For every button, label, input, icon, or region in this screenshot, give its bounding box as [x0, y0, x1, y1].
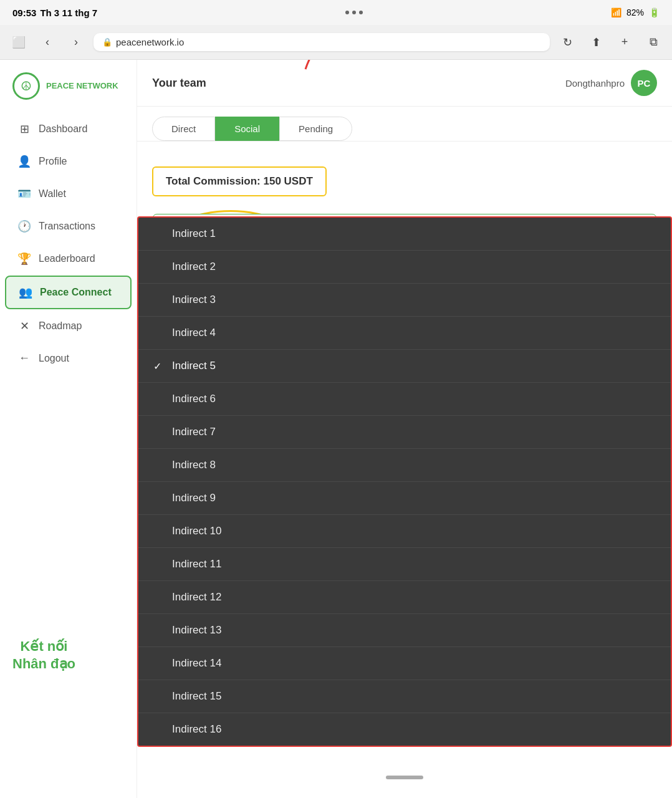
- commission-bar: Total Commission: 150 USDT: [152, 166, 327, 196]
- battery-icon: 🔋: [649, 7, 660, 17]
- sidebar-item-label-leaderboard: Leaderboard: [39, 253, 95, 264]
- sidebar-item-label-transactions: Transactions: [39, 221, 95, 232]
- scroll-handle[interactable]: [386, 776, 423, 779]
- dropdown-item-4[interactable]: Indirect 4: [138, 317, 671, 350]
- wallet-icon: 🪪: [17, 187, 31, 201]
- header-user: Dongthanhpro PC: [565, 70, 657, 96]
- tab-bar: Direct Social Pending: [137, 107, 672, 142]
- dropdown-item-11[interactable]: Indirect 11: [138, 548, 671, 581]
- sidebar-item-transactions[interactable]: 🕐 Transactions: [5, 211, 132, 242]
- peace-connect-icon: 👥: [19, 286, 32, 299]
- dropdown-item-12[interactable]: Indirect 12: [138, 581, 671, 614]
- sidebar-item-leaderboard[interactable]: 🏆 Leaderboard: [5, 243, 132, 274]
- dropdown-item-14[interactable]: Indirect 14: [138, 647, 671, 680]
- status-icons: 📶 82% 🔋: [611, 7, 660, 17]
- annotation-green-text: Kết nối Nhân đạo: [12, 638, 75, 673]
- sidebar-item-label-profile: Profile: [39, 156, 67, 167]
- username: Dongthanhpro: [565, 78, 625, 89]
- dropdown-item-3[interactable]: Indirect 3: [138, 284, 671, 317]
- address-bar[interactable]: 🔒 peacenetwork.io: [94, 33, 550, 51]
- selected-checkmark-icon: ✓: [153, 360, 166, 372]
- dropdown-item-5[interactable]: ✓ Indirect 5: [138, 350, 671, 383]
- sidebar-item-label-dashboard: Dashboard: [39, 123, 87, 135]
- sidebar-item-label-peace-connect: Peace Connect: [40, 287, 112, 298]
- dropdown-item-10[interactable]: Indirect 10: [138, 515, 671, 548]
- main-content: Your team Dongthanhpro PC Direct Social …: [137, 60, 672, 798]
- dropdown-item-7[interactable]: Indirect 7: [138, 416, 671, 449]
- app-header: Your team Dongthanhpro PC: [137, 60, 672, 107]
- tab-direct[interactable]: Direct: [152, 117, 215, 141]
- logo-text: PEACE NETWORK: [46, 81, 118, 91]
- dashboard-icon: ⊞: [17, 122, 31, 136]
- dropdown-item-13[interactable]: Indirect 13: [138, 614, 671, 647]
- forward-button[interactable]: ›: [65, 31, 87, 54]
- sidebar-item-wallet[interactable]: 🪪 Wallet: [5, 178, 132, 209]
- tab-pending[interactable]: Pending: [279, 117, 352, 141]
- refresh-button[interactable]: ↻: [556, 31, 578, 54]
- wifi-icon: 📶: [611, 7, 622, 17]
- dropdown-item-1[interactable]: Indirect 1: [138, 218, 671, 251]
- add-tab-button[interactable]: +: [613, 31, 636, 54]
- leaderboard-icon: 🏆: [17, 252, 31, 266]
- sidebar-item-peace-connect[interactable]: 👥 Peace Connect: [5, 276, 132, 309]
- browser-bar: ⬜ ‹ › 🔒 peacenetwork.io ↻ ⬆ + ⧉: [0, 25, 672, 60]
- time: 09:53: [12, 7, 36, 18]
- dropdown-item-16[interactable]: Indirect 16: [138, 713, 671, 746]
- status-time-date: 09:53 Th 3 11 thg 7: [12, 7, 97, 18]
- logout-icon: ←: [17, 352, 31, 365]
- battery-percent: 82%: [626, 7, 644, 17]
- dropdown-menu: Indirect 1 Indirect 2 Indirect 3 Indirec…: [137, 216, 672, 747]
- sidebar-item-label-roadmap: Roadmap: [39, 320, 82, 332]
- avatar: PC: [631, 70, 657, 96]
- status-dots: [345, 11, 363, 14]
- sidebar-item-label-wallet: Wallet: [39, 188, 66, 200]
- status-bar: 09:53 Th 3 11 thg 7 📶 82% 🔋: [0, 0, 672, 25]
- header-title: Your team: [152, 77, 206, 90]
- content-area: Tổng thu nhập Tự động Total Commission: …: [137, 142, 672, 256]
- sidebar-item-roadmap[interactable]: ✕ Roadmap: [5, 310, 132, 342]
- sidebar-item-label-logout: Logout: [39, 353, 69, 364]
- sidebar-item-dashboard[interactable]: ⊞ Dashboard: [5, 113, 132, 145]
- url-text: peacenetwork.io: [116, 37, 184, 47]
- tabs-button[interactable]: ⧉: [642, 31, 665, 54]
- profile-icon: 👤: [17, 155, 31, 168]
- sidebar-toggle-button[interactable]: ⬜: [7, 31, 30, 54]
- sidebar: ☮ PEACE NETWORK ⊞ Dashboard 👤 Profile 🪪 …: [0, 60, 137, 798]
- logo-icon: ☮: [12, 72, 40, 100]
- back-button[interactable]: ‹: [36, 31, 59, 54]
- dropdown-item-2[interactable]: Indirect 2: [138, 251, 671, 284]
- lock-icon: 🔒: [102, 37, 112, 47]
- dropdown-item-15[interactable]: Indirect 15: [138, 680, 671, 713]
- share-button[interactable]: ⬆: [585, 31, 607, 54]
- sidebar-item-logout[interactable]: ← Logout: [5, 343, 132, 373]
- dropdown-item-9[interactable]: Indirect 9: [138, 482, 671, 515]
- transactions-icon: 🕐: [17, 219, 31, 233]
- tab-social[interactable]: Social: [215, 117, 279, 141]
- sidebar-logo: ☮ PEACE NETWORK: [0, 72, 137, 112]
- dropdown-item-8[interactable]: Indirect 8: [138, 449, 671, 482]
- date: Th 3 11 thg 7: [40, 7, 97, 18]
- roadmap-icon: ✕: [17, 319, 31, 333]
- dropdown-item-6[interactable]: Indirect 6: [138, 383, 671, 416]
- sidebar-item-profile[interactable]: 👤 Profile: [5, 146, 132, 177]
- app-layout: ☮ PEACE NETWORK ⊞ Dashboard 👤 Profile 🪪 …: [0, 60, 672, 798]
